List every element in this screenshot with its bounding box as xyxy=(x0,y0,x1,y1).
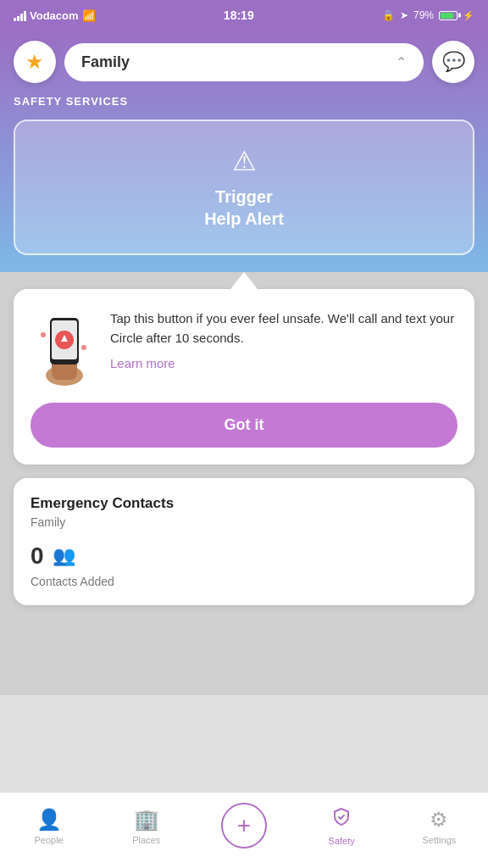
carrier-info: Vodacom 📶 xyxy=(14,9,96,22)
places-icon: 🏢 xyxy=(134,808,159,832)
info-popup-card: Tap this button if you ever feel unsafe.… xyxy=(14,289,474,465)
lock-icon: 🔒 xyxy=(382,9,395,21)
contacts-icon: 👥 xyxy=(53,545,75,567)
battery-icon xyxy=(439,11,458,20)
chat-icon: 💬 xyxy=(442,51,465,73)
add-button[interactable]: + xyxy=(221,803,267,849)
group-name: Family xyxy=(81,53,130,71)
warning-icon: ⚠ xyxy=(32,145,456,177)
bottom-nav: 👤 People 🏢 Places + Safety ⚙ Settings xyxy=(0,792,488,868)
nav-places[interactable]: 🏢 Places xyxy=(97,808,195,845)
nav-safety[interactable]: Safety xyxy=(293,807,391,846)
favorites-button[interactable]: ★ xyxy=(14,41,56,83)
people-icon: 👤 xyxy=(36,808,62,832)
trigger-title: Trigger Help Alert xyxy=(32,186,456,230)
nav-add[interactable]: + xyxy=(195,803,292,850)
tooltip-arrow xyxy=(230,272,258,289)
info-text-block: Tap this button if you ever feel unsafe.… xyxy=(110,309,458,371)
phone-hand-svg xyxy=(35,309,94,386)
nav-settings[interactable]: ⚙ Settings xyxy=(391,808,488,845)
emergency-contacts-title: Emergency Contacts xyxy=(30,495,458,512)
main-content: Tap this button if you ever feel unsafe.… xyxy=(0,272,488,695)
location-icon: ➤ xyxy=(400,9,408,21)
info-body-text: Tap this button if you ever feel unsafe.… xyxy=(110,309,458,348)
battery-percent: 79% xyxy=(413,9,434,21)
chevron-up-icon: ⌃ xyxy=(396,54,407,70)
nav-places-label: Places xyxy=(132,835,160,845)
signal-icon xyxy=(14,10,26,21)
emergency-contacts-group: Family xyxy=(30,515,458,529)
contacts-count-row: 0 👥 xyxy=(30,542,458,570)
settings-icon: ⚙ xyxy=(430,808,448,832)
charging-icon: ⚡ xyxy=(463,10,474,21)
info-card-content: Tap this button if you ever feel unsafe.… xyxy=(30,309,458,386)
trigger-help-alert-button[interactable]: ⚠ Trigger Help Alert xyxy=(14,120,474,255)
status-bar: Vodacom 📶 18:19 🔒 ➤ 79% ⚡ xyxy=(0,0,488,31)
learn-more-link[interactable]: Learn more xyxy=(110,356,175,370)
contacts-count: 0 xyxy=(30,542,44,570)
wifi-icon: 📶 xyxy=(82,9,96,22)
group-selector[interactable]: Family ⌃ xyxy=(64,43,424,81)
emergency-contacts-card: Emergency Contacts Family 0 👥 Contacts A… xyxy=(14,478,474,605)
plus-icon: + xyxy=(237,814,251,837)
nav-people[interactable]: 👤 People xyxy=(0,808,97,845)
carrier-label: Vodacom xyxy=(30,9,79,22)
nav-settings-label: Settings xyxy=(423,835,457,845)
safety-icon xyxy=(331,807,352,832)
svg-point-7 xyxy=(81,345,86,350)
status-indicators: 🔒 ➤ 79% ⚡ xyxy=(382,9,474,21)
star-icon: ★ xyxy=(25,50,44,74)
svg-point-6 xyxy=(41,332,46,337)
nav-people-label: People xyxy=(34,835,63,845)
nav-safety-label: Safety xyxy=(329,836,355,846)
got-it-button[interactable]: Got it xyxy=(30,403,458,448)
contacts-added-label: Contacts Added xyxy=(30,575,458,588)
phone-illustration xyxy=(30,309,98,386)
status-time: 18:19 xyxy=(224,8,254,22)
header-area: ★ Family ⌃ 💬 SAFETY SERVICES ⚠ Trigger H… xyxy=(0,31,488,272)
safety-services-label: SAFETY SERVICES xyxy=(14,95,474,108)
header-row: ★ Family ⌃ 💬 xyxy=(14,41,474,83)
chat-button[interactable]: 💬 xyxy=(432,41,474,83)
